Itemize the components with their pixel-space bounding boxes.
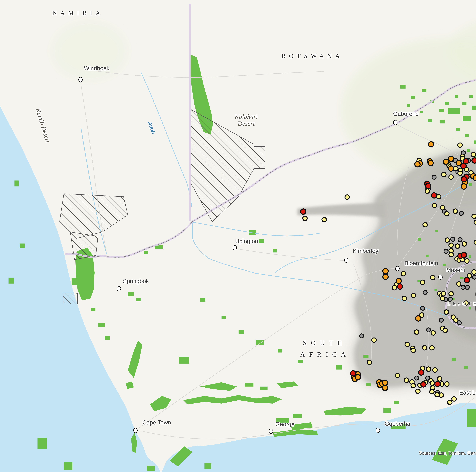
- observation-dot-pre2000: [405, 342, 409, 347]
- observation-dot-y2000_2012: [473, 175, 476, 180]
- map-canvas: NAMIBIABOTSWANASOUTHAFRICALESOTHOESWATIN…: [0, 0, 476, 472]
- observation-dot-pre2000: [449, 292, 453, 296]
- observation-dot-y2000_2012: [383, 269, 388, 274]
- observation-dot-pre2000: [437, 377, 442, 381]
- observation-dot-y2000_2012: [415, 162, 420, 167]
- city-marker-windhoek: [78, 77, 83, 82]
- country-label-south-africa-line1: SOUTH: [303, 340, 346, 347]
- observation-dot-pre2000: [430, 381, 435, 385]
- observation-dot-no_date: [458, 238, 462, 242]
- observation-dot-y2000_2012: [382, 380, 388, 385]
- observation-dot-no_date: [421, 306, 425, 310]
- observation-dot-y2013_2023: [301, 209, 306, 214]
- country-label-botswana: BOTSWANA: [281, 53, 343, 60]
- observation-dot-no_date: [439, 318, 443, 322]
- city-marker-maseru: [438, 275, 442, 280]
- observation-dot-pre2000: [433, 368, 437, 372]
- country-label-south-africa-line2: AFRICA: [300, 351, 350, 358]
- observation-dot-y2000_2012: [396, 278, 401, 284]
- observation-dot-no_date: [359, 334, 364, 338]
- city-marker-gaborone: [393, 120, 397, 125]
- observation-dot-y2013_2023: [397, 284, 403, 289]
- observation-dot-pre2000: [440, 206, 445, 210]
- observation-dot-pre2000: [423, 223, 427, 227]
- observation-dot-pre2000: [439, 393, 443, 397]
- observation-dot-pre2000: [454, 318, 458, 323]
- observation-dot-pre2000: [443, 328, 447, 333]
- place-label-springbok: Springbok: [123, 278, 149, 284]
- observation-dot-pre2000: [392, 286, 397, 290]
- observation-dot-y2000_2012: [461, 184, 466, 189]
- observation-dot-pre2000: [444, 310, 449, 314]
- observation-dot-y2013_2023: [461, 177, 466, 182]
- kalahari-desert-label: Kalahari Desert: [235, 114, 258, 127]
- observation-dot-pre2000: [458, 143, 462, 147]
- observation-dot-no_date: [423, 291, 427, 294]
- city-marker-bloemfontein: [395, 266, 400, 271]
- place-label-upington: Upington: [235, 238, 258, 244]
- observation-dot-pre2000: [462, 242, 467, 246]
- place-label-east-london: East London: [459, 390, 476, 396]
- observation-dot-pre2000: [445, 238, 450, 242]
- observation-dot-no_date: [451, 237, 455, 241]
- observation-dot-y2000_2012: [383, 274, 388, 279]
- observation-dot-pre2000: [455, 244, 460, 248]
- observation-dot-y2013_2023: [464, 277, 469, 283]
- observation-dot-pre2000: [416, 389, 420, 393]
- observation-dot-y2013_2023: [472, 158, 476, 163]
- observation-dot-pre2000: [322, 217, 326, 222]
- observation-dot-pre2000: [458, 171, 462, 176]
- observation-dot-pre2000: [441, 292, 446, 296]
- observation-dot-pre2000: [449, 175, 453, 179]
- observation-dot-pre2000: [474, 220, 476, 225]
- observation-dot-pre2000: [425, 189, 429, 194]
- observation-dot-pre2000: [411, 293, 416, 298]
- place-label-maseru: Maseru: [446, 267, 465, 273]
- observation-dot-no_date: [473, 275, 476, 279]
- observation-dot-y2013_2023: [461, 252, 466, 258]
- observation-dot-y2013_2023: [419, 370, 424, 375]
- observation-dot-y2013_2023: [351, 371, 356, 376]
- observation-dot-pre2000: [449, 252, 453, 257]
- observation-dot-pre2000: [431, 331, 435, 335]
- observation-dot-no_date: [426, 328, 431, 332]
- observation-dot-y2013_2023: [435, 381, 440, 387]
- observation-dot-pre2000: [457, 282, 461, 286]
- observation-dot-pre2000: [472, 214, 476, 219]
- observation-dot-pre2000: [465, 259, 469, 263]
- country-label-namibia: NAMIBIA: [52, 10, 103, 16]
- observation-dot-no_date: [444, 249, 448, 253]
- place-label-george: George: [275, 421, 295, 427]
- observation-dot-pre2000: [402, 296, 407, 301]
- observation-dot-no_date: [448, 297, 452, 301]
- observation-dot-y2013_2023: [461, 163, 466, 169]
- observation-dot-pre2000: [426, 367, 431, 371]
- observation-dot-pre2000: [444, 212, 449, 216]
- observation-dot-y2013_2023: [431, 193, 437, 198]
- observation-dot-pre2000: [345, 195, 349, 199]
- observation-dot-pre2000: [430, 390, 434, 394]
- observation-dot-pre2000: [448, 400, 452, 405]
- observation-dot-pre2000: [411, 348, 415, 353]
- observation-dot-y2013_2023: [421, 382, 426, 387]
- observation-dot-no_date: [415, 376, 419, 380]
- observation-dot-pre2000: [453, 209, 458, 213]
- place-label-bloemfontein: Bloemfontein: [405, 260, 438, 266]
- observation-dot-pre2000: [431, 275, 435, 280]
- observation-dot-pre2000: [435, 392, 439, 397]
- observation-dot-pre2000: [395, 373, 400, 378]
- observation-dot-pre2000: [414, 330, 419, 334]
- observation-dot-no_date: [432, 175, 436, 179]
- place-label-gqeberha: Gqeberha: [385, 421, 410, 427]
- place-label-kimberley: Kimberley: [353, 248, 378, 254]
- transfrontier-park-small: [63, 293, 78, 304]
- observation-dot-pre2000: [471, 152, 476, 157]
- sources-line1: Sources: Esri, TomTom, Garmin, FAO, NOAA…: [419, 450, 476, 456]
- protected-area: [467, 409, 476, 427]
- sources-note: Sources: Esri, TomTom, Garmin, FAO, NOAA…: [325, 448, 476, 469]
- observation-dot-pre2000: [303, 216, 307, 221]
- city-marker-george: [269, 429, 273, 434]
- observation-dot-pre2000: [401, 272, 406, 276]
- basemap: [0, 0, 476, 472]
- observation-dot-pre2000: [411, 384, 415, 388]
